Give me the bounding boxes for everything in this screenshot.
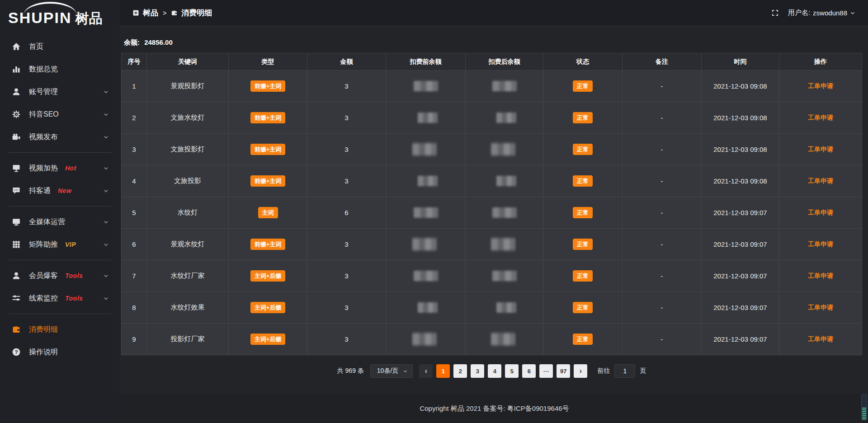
- cell-balance-before: [386, 134, 466, 165]
- cell-amount: 3: [307, 165, 386, 197]
- work-order-link[interactable]: 工单申请: [808, 240, 833, 248]
- work-order-link[interactable]: 工单申请: [808, 304, 833, 311]
- page-button[interactable]: 6: [522, 364, 536, 378]
- masked-balance-before: [417, 176, 437, 186]
- work-order-link[interactable]: 工单申请: [808, 177, 833, 184]
- cell-balance-after: [466, 324, 543, 355]
- type-badge: 前缀+主词: [250, 239, 286, 250]
- page-button[interactable]: 2: [453, 364, 467, 378]
- page-button[interactable]: 5: [505, 364, 519, 378]
- table-header-cell: 时间: [702, 53, 779, 70]
- cell-balance-after: [466, 260, 543, 292]
- cell-balance-before: [386, 197, 466, 229]
- scrollbar-widget[interactable]: [861, 394, 867, 420]
- cell-amount: 3: [307, 134, 386, 165]
- topbar-right: 用户名: zswodun88: [771, 9, 855, 17]
- table-row: 5 水纹灯 主词 6 正常 - 2021-12-03 09:07 工单申请: [122, 197, 862, 229]
- cell-keyword: 水纹灯: [147, 197, 229, 229]
- sidebar-item[interactable]: 数据总览: [0, 58, 120, 80]
- masked-balance-after: [491, 143, 515, 156]
- chevron-down-icon: [103, 296, 109, 301]
- masked-balance-before: [412, 333, 437, 346]
- masked-balance-before: [412, 143, 437, 156]
- work-order-link[interactable]: 工单申请: [808, 82, 833, 89]
- balance-label: 余额:: [124, 38, 140, 46]
- status-badge: 正常: [573, 239, 593, 250]
- copyright-text: Copyright 树品 2021 备案号: 粤ICP备09019646号: [420, 404, 569, 413]
- monitor-icon: [12, 217, 21, 226]
- user-menu[interactable]: 用户名: zswodun88: [788, 9, 855, 17]
- sidebar-item[interactable]: 抖音SEO: [0, 103, 120, 126]
- fullscreen-icon[interactable]: [771, 9, 779, 17]
- breadcrumb-app-label: 树品: [143, 8, 158, 18]
- sidebar-item[interactable]: 视频加热 Hot: [0, 157, 120, 179]
- app-logo[interactable]: SHUPIN 树品: [0, 0, 120, 29]
- table-row: 6 景观水纹灯 前缀+主词 3 正常 - 2021-12-03 09:07 工单…: [122, 229, 862, 260]
- cell-index: 4: [122, 165, 147, 197]
- status-badge: 正常: [573, 302, 593, 313]
- masked-balance-before: [414, 207, 438, 218]
- sidebar: SHUPIN 树品 首页 数据总览 账号管理: [0, 0, 120, 423]
- masked-balance-after: [496, 302, 516, 313]
- goto-page-input[interactable]: [614, 364, 635, 378]
- sidebar-item[interactable]: 抖客通 New: [0, 179, 120, 202]
- sidebar-item[interactable]: 全媒体运营: [0, 211, 120, 233]
- sidebar-item[interactable]: ? 操作说明: [0, 341, 120, 363]
- page-button[interactable]: 97: [557, 364, 570, 378]
- page-size-select[interactable]: 10条/页: [370, 364, 413, 378]
- pagination: 共 969 条 10条/页 ‹ 1 2 3 4 5 6: [121, 364, 862, 378]
- work-order-link[interactable]: 工单申请: [808, 272, 833, 279]
- status-badge: 正常: [573, 144, 593, 155]
- sidebar-item-label: 数据总览: [29, 65, 58, 74]
- table-row: 2 文旅水纹灯 前缀+主词 3 正常 - 2021-12-03 09:08 工单…: [122, 102, 862, 134]
- status-badge: 正常: [573, 80, 593, 92]
- cell-amount: 3: [307, 229, 386, 260]
- sidebar-item-label: 账号管理: [29, 87, 58, 97]
- page-button[interactable]: 1: [436, 364, 450, 378]
- cell-remark: -: [623, 229, 702, 260]
- sidebar-item[interactable]: 会员爆客 Tools: [0, 264, 120, 287]
- cell-remark: -: [623, 102, 702, 134]
- sidebar-item[interactable]: 消费明细: [0, 318, 120, 341]
- consumption-table: 序号 关键词 类型 金额 扣费前余额 扣费后余额 状态 备注: [121, 53, 862, 355]
- video-camera-icon: [12, 132, 21, 141]
- cell-time: 2021-12-03 09:07: [702, 197, 779, 229]
- next-page-button[interactable]: ›: [574, 364, 587, 378]
- work-order-link[interactable]: 工单申请: [808, 209, 833, 216]
- masked-balance-after: [492, 271, 517, 281]
- page-button[interactable]: 4: [488, 364, 501, 378]
- prev-page-button[interactable]: ‹: [419, 364, 433, 378]
- sidebar-item[interactable]: 矩阵助推 VIP: [0, 233, 120, 256]
- table-row: 9 投影灯厂家 主词+后缀 3 正常 - 2021-12-03 09:07 工单…: [122, 324, 862, 355]
- work-order-link[interactable]: 工单申请: [808, 335, 833, 343]
- type-badge: 主词+后缀: [250, 334, 286, 345]
- cell-keyword: 文旅水纹灯: [147, 102, 229, 134]
- page-button[interactable]: 3: [471, 364, 484, 378]
- status-badge: 正常: [573, 334, 593, 345]
- cell-keyword: 景观水纹灯: [147, 229, 229, 260]
- breadcrumb-current[interactable]: 消费明细: [171, 8, 212, 18]
- cell-type: 前缀+主词: [229, 229, 307, 260]
- chevron-down-icon: [103, 273, 109, 279]
- chevron-down-icon: [103, 219, 109, 225]
- cell-keyword: 景观投影灯: [147, 70, 229, 102]
- cell-status: 正常: [543, 260, 623, 292]
- work-order-link[interactable]: 工单申请: [808, 114, 833, 121]
- breadcrumb-app[interactable]: 树品: [132, 8, 158, 18]
- sidebar-item[interactable]: 线索监控 Tools: [0, 287, 120, 310]
- table-header-cell: 状态: [543, 53, 623, 70]
- masked-balance-after: [491, 333, 515, 346]
- cell-status: 正常: [543, 102, 623, 134]
- table-header-cell: 扣费后余额: [466, 53, 543, 70]
- logo-text-cn: 树品: [75, 12, 102, 25]
- topbar: 树品 > 消费明细 用户名: zswodun88: [120, 0, 868, 26]
- cell-type: 主词+后缀: [229, 260, 307, 292]
- table-header-cell: 序号: [122, 53, 147, 70]
- sidebar-item[interactable]: 视频发布: [0, 126, 120, 148]
- sidebar-divider: [8, 260, 112, 260]
- page-button[interactable]: ···: [539, 364, 553, 378]
- sidebar-item[interactable]: 账号管理: [0, 80, 120, 103]
- work-order-link[interactable]: 工单申请: [808, 146, 833, 153]
- sidebar-item[interactable]: 首页: [0, 35, 120, 58]
- table-row: 4 文旅投影 前缀+主词 3 正常 - 2021-12-03 09:08 工单申…: [122, 165, 862, 197]
